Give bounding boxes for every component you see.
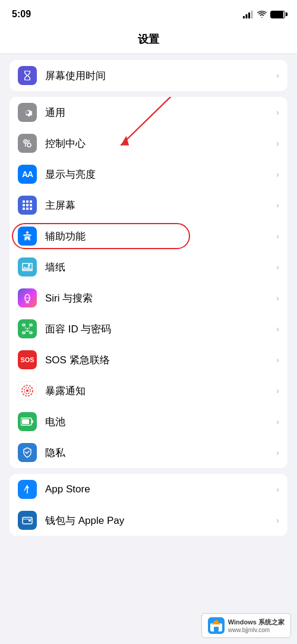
faceid-svg [21, 323, 33, 335]
battery-label: 电池 [45, 415, 276, 429]
battery-chevron: › [276, 417, 279, 426]
svg-rect-17 [23, 208, 25, 210]
hourglass-svg [21, 70, 33, 81]
settings-item-general[interactable]: 通用 › [10, 97, 287, 128]
appstore-svg [21, 483, 33, 495]
wallet-chevron: › [276, 516, 279, 525]
signal-icon [243, 11, 254, 18]
siri-svg [21, 292, 33, 304]
screentime-icon [18, 66, 37, 85]
svg-rect-15 [26, 204, 29, 206]
settings-item-privacy[interactable]: 隐私 › [10, 437, 287, 468]
sos-label: SOS 紧急联络 [45, 353, 276, 367]
svg-rect-13 [30, 200, 32, 203]
battery-setting-svg [21, 417, 34, 426]
homescreen-chevron: › [276, 200, 279, 210]
sos-text: SOS [20, 356, 34, 363]
settings-item-display[interactable]: AA 显示与亮度 › [10, 159, 287, 190]
status-bar: 5:09 [0, 0, 297, 26]
general-label: 通用 [45, 106, 276, 120]
accessibility-svg [21, 230, 33, 242]
homescreen-label: 主屏幕 [45, 199, 276, 212]
accessibility-icon [18, 227, 37, 246]
status-icons [243, 11, 285, 18]
settings-item-wallet[interactable]: 钱包与 Apple Pay › [10, 505, 287, 536]
display-label: 显示与亮度 [45, 168, 276, 181]
watermark-line1: Windows 系统之家 [228, 618, 285, 627]
privacy-icon [18, 443, 37, 462]
faceid-label: 面容 ID 与密码 [45, 322, 276, 336]
settings-item-exposure[interactable]: 暴露通知 › [10, 375, 287, 406]
wallpaper-chevron: › [276, 262, 279, 272]
gear-svg [21, 106, 33, 118]
settings-item-sos[interactable]: SOS SOS 紧急联络 › [10, 344, 287, 375]
svg-rect-26 [23, 324, 25, 326]
svg-point-20 [26, 231, 29, 234]
svg-rect-11 [23, 200, 25, 203]
sos-icon: SOS [18, 350, 37, 369]
svg-rect-2 [248, 12, 250, 18]
faceid-icon [18, 319, 37, 338]
exposure-icon [18, 381, 37, 400]
svg-rect-16 [30, 204, 32, 206]
homescreen-icon [18, 196, 37, 215]
watermark-icon [208, 617, 225, 634]
settings-item-wallpaper[interactable]: 墙纸 › [10, 252, 287, 282]
svg-rect-27 [30, 324, 32, 326]
svg-rect-28 [23, 332, 25, 334]
battery-icon [270, 11, 285, 18]
exposure-svg [21, 384, 34, 397]
siri-label: Siri 与搜索 [45, 291, 276, 305]
svg-rect-14 [23, 204, 25, 206]
privacy-svg [21, 447, 33, 458]
appstore-icon [18, 480, 37, 499]
svg-rect-45 [214, 627, 219, 632]
display-icon: AA [18, 165, 37, 184]
main-settings-group: 通用 › 控制中心 › AA 显示与亮度 › [10, 97, 287, 468]
privacy-chevron: › [276, 448, 279, 457]
settings-item-siri[interactable]: Siri 与搜索 › [10, 282, 287, 313]
wallpaper-label: 墙纸 [45, 260, 276, 274]
screen-time-section: 屏幕使用时间 › [0, 60, 297, 91]
svg-rect-10 [25, 144, 26, 147]
svg-rect-19 [30, 208, 32, 210]
exposure-chevron: › [276, 386, 279, 395]
accessibility-chevron: › [276, 231, 279, 241]
svg-rect-18 [26, 208, 29, 210]
svg-rect-35 [31, 420, 33, 423]
svg-point-33 [26, 389, 29, 392]
watermark-text: Windows 系统之家 www.bjjmlv.com [228, 618, 285, 633]
settings-item-appstore[interactable]: App Store › [10, 474, 287, 505]
screentime-label: 屏幕使用时间 [45, 69, 276, 83]
control-chevron: › [276, 139, 279, 148]
svg-rect-9 [29, 140, 30, 143]
general-chevron: › [276, 108, 279, 117]
settings-item-accessibility[interactable]: 辅助功能 › [10, 221, 287, 252]
exposure-label: 暴露通知 [45, 384, 276, 398]
control-svg [21, 137, 33, 149]
control-icon [18, 134, 37, 153]
screentime-chevron: › [276, 71, 279, 80]
appstore-chevron: › [276, 485, 279, 494]
display-chevron: › [276, 169, 279, 179]
sos-chevron: › [276, 355, 279, 365]
watermark-line2: www.bjjmlv.com [228, 627, 285, 633]
status-time: 5:09 [12, 9, 31, 20]
settings-item-homescreen[interactable]: 主屏幕 › [10, 190, 287, 221]
settings-item-screentime[interactable]: 屏幕使用时间 › [10, 60, 287, 91]
wifi-icon [257, 11, 267, 18]
wallet-svg [21, 514, 33, 526]
svg-rect-36 [22, 419, 29, 424]
settings-item-control[interactable]: 控制中心 › [10, 128, 287, 159]
svg-point-21 [28, 264, 30, 266]
siri-chevron: › [276, 293, 279, 303]
screen-time-group: 屏幕使用时间 › [10, 60, 287, 91]
svg-point-30 [27, 329, 28, 329]
nav-bar: 设置 [0, 26, 297, 54]
settings-item-battery[interactable]: 电池 › [10, 406, 287, 437]
privacy-label: 隐私 [45, 446, 276, 460]
svg-rect-12 [26, 200, 29, 203]
siri-icon [18, 288, 37, 307]
watermark: Windows 系统之家 www.bjjmlv.com [201, 613, 291, 638]
settings-item-faceid[interactable]: 面容 ID 与密码 › [10, 313, 287, 344]
